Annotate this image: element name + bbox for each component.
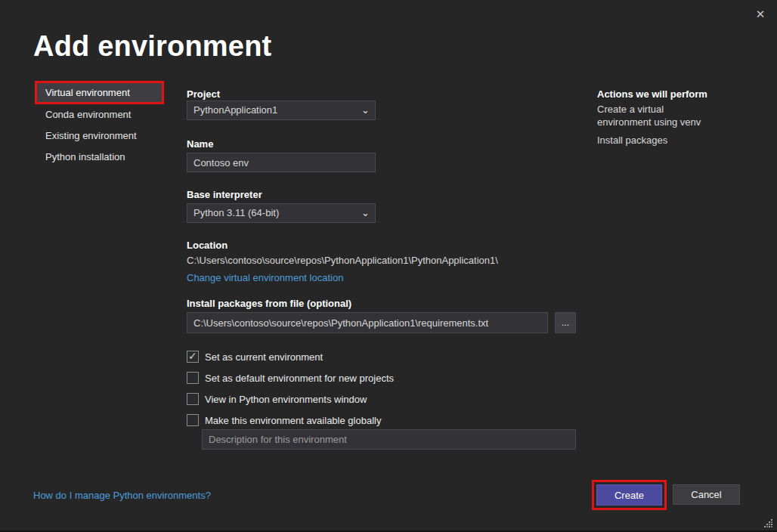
- location-label: Location: [187, 240, 228, 251]
- manage-environments-help-link[interactable]: How do I manage Python environments?: [33, 490, 211, 501]
- name-input[interactable]: [187, 153, 376, 172]
- cancel-button[interactable]: Cancel: [673, 484, 740, 505]
- browse-button[interactable]: ...: [555, 312, 576, 333]
- checkbox-set-current-environment[interactable]: [187, 351, 199, 363]
- actions-panel-heading: Actions we will perform: [597, 88, 707, 100]
- checkbox-label: Set as current environment: [205, 351, 323, 363]
- action-item-install-packages: Install packages: [597, 134, 718, 147]
- chevron-down-icon: ⌄: [361, 101, 370, 119]
- checkbox-label: Make this environment available globally: [205, 415, 381, 426]
- base-interpreter-dropdown-value: Python 3.11 (64-bit): [193, 207, 279, 218]
- requirements-file-input[interactable]: [187, 312, 548, 333]
- base-interpreter-dropdown[interactable]: Python 3.11 (64-bit) ⌄: [187, 203, 376, 223]
- page-title: Add environment: [33, 30, 271, 63]
- checkbox-view-environments-window[interactable]: [187, 393, 199, 405]
- location-path: C:\Users\contoso\source\repos\PythonAppl…: [187, 255, 498, 266]
- project-dropdown[interactable]: PythonApplication1 ⌄: [187, 101, 376, 120]
- project-label: Project: [187, 88, 220, 100]
- checkbox-label: Set as default environment for new proje…: [205, 373, 394, 384]
- change-location-link[interactable]: Change virtual environment location: [187, 272, 343, 283]
- close-icon[interactable]: ✕: [751, 6, 770, 23]
- sidebar-item-existing-environment[interactable]: Existing environment: [36, 125, 164, 147]
- resize-grip[interactable]: [764, 519, 766, 521]
- create-button[interactable]: Create: [596, 484, 662, 506]
- action-item-create-venv: Create a virtual environment using venv: [597, 103, 718, 128]
- checkbox-set-default-environment[interactable]: [187, 372, 199, 384]
- checkbox-available-globally[interactable]: [187, 414, 199, 426]
- install-packages-label: Install packages from file (optional): [187, 298, 351, 309]
- base-interpreter-label: Base interpreter: [187, 189, 262, 200]
- project-dropdown-value: PythonApplication1: [193, 104, 277, 116]
- chevron-down-icon: ⌄: [361, 204, 370, 221]
- sidebar-item-python-installation[interactable]: Python installation: [36, 147, 164, 168]
- sidebar-item-virtual-environment[interactable]: Virtual environment: [36, 82, 164, 104]
- description-input[interactable]: [202, 429, 576, 450]
- checkbox-label: View in Python environments window: [205, 394, 367, 405]
- sidebar-item-conda-environment[interactable]: Conda environment: [36, 104, 164, 125]
- name-label: Name: [187, 138, 213, 150]
- add-environment-dialog: ✕ Add environment Virtual environment Co…: [0, 0, 777, 532]
